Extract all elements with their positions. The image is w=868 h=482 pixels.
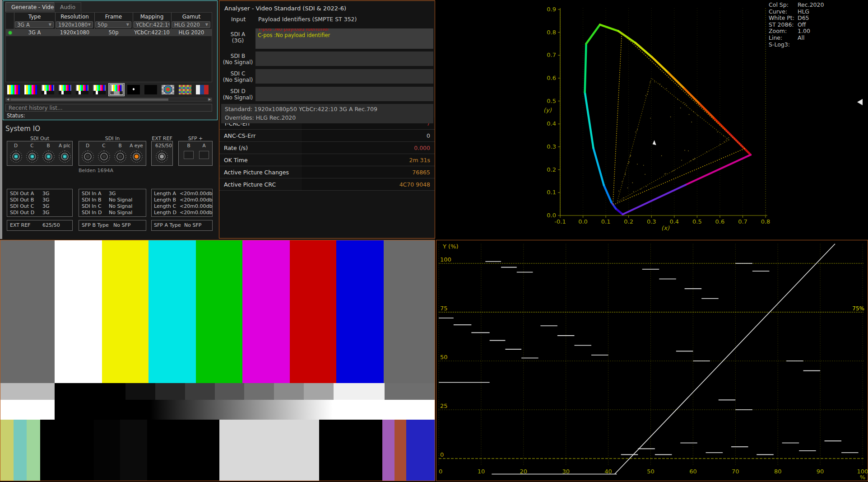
mouse-cursor-icon bbox=[857, 99, 863, 105]
pattern-thumbnail-colour-checker[interactable] bbox=[179, 85, 191, 94]
dropdown-value: 1920x1080 bbox=[58, 22, 88, 28]
chroma-dot bbox=[628, 163, 629, 164]
chroma-dot bbox=[622, 181, 622, 182]
spectral-locus-segment bbox=[586, 25, 600, 44]
pattern-thumb-slot bbox=[195, 84, 210, 96]
row-cell: 3G A bbox=[14, 29, 55, 36]
cie-info-readout: Col Sp:Rec.2020Curve:HLGWhite Pt:D65ST 2… bbox=[769, 2, 824, 48]
chroma-dot bbox=[625, 174, 626, 175]
pattern-thumb-slot bbox=[74, 84, 90, 96]
cable-length-box: Length A<20m0.00dbLength B<20m0.00dbLeng… bbox=[151, 189, 213, 217]
pattern-thumbnail-centre-dot-on-black[interactable] bbox=[127, 85, 140, 94]
line-of-purples bbox=[686, 155, 751, 185]
x-tick-label: 0.8 bbox=[761, 218, 771, 225]
input-column-label: Input bbox=[231, 16, 246, 23]
length-db: 0.00db bbox=[195, 210, 212, 215]
chroma-dot bbox=[630, 155, 631, 156]
cie-info-value: All bbox=[798, 35, 805, 42]
y-axis-label: (y) bbox=[543, 107, 552, 113]
cie-info-zoom-: Zoom:1.00 bbox=[769, 28, 824, 35]
chroma-dot bbox=[643, 165, 644, 166]
wfm-y-label-75: 75 bbox=[440, 305, 448, 312]
pattern-bar bbox=[94, 420, 121, 481]
pattern-bar bbox=[40, 420, 94, 481]
chroma-dot bbox=[724, 136, 724, 136]
x-tick-label: 0.5 bbox=[692, 218, 702, 225]
pattern-thumb-slot bbox=[57, 84, 73, 96]
sdi-out-port-label: B bbox=[42, 143, 55, 148]
pattern-thumbnail-vertical-stripes[interactable] bbox=[196, 85, 209, 94]
y-tick-label: 0.6 bbox=[547, 75, 556, 81]
screen-edge-strip bbox=[0, 0, 2, 239]
filter-dropdown-type[interactable]: 3G A▼ bbox=[15, 21, 54, 28]
row-cell: HLG 2020 bbox=[171, 29, 212, 36]
pattern-thumb-slot bbox=[40, 84, 56, 96]
pattern-thumbnail-colour-bars-lower-third-4[interactable] bbox=[93, 85, 106, 94]
pattern-bar bbox=[0, 420, 14, 481]
wfm-x-tick-label: 40 bbox=[604, 468, 612, 475]
chroma-dot bbox=[646, 186, 647, 187]
stat-row-label: Active Picture Changes bbox=[224, 169, 289, 176]
generator-active-row[interactable]: 3G A1920x108050pYCbCr:422:10HLG 2020 bbox=[6, 29, 212, 36]
chroma-dot bbox=[628, 161, 629, 162]
chroma-dot bbox=[693, 112, 694, 112]
chroma-dot bbox=[717, 131, 718, 132]
sfp-a-label: SFP A Type bbox=[154, 222, 181, 228]
sfp-a-status-box: SFP A TypeNo SFP bbox=[151, 220, 213, 231]
scroll-right-icon[interactable]: ▶ bbox=[208, 98, 212, 101]
sdi-out-status: SDI Out B bbox=[10, 197, 34, 203]
scrollbar-thumb[interactable] bbox=[10, 98, 168, 101]
length-value: <20m bbox=[180, 197, 195, 203]
y-tick-label: 0.1 bbox=[547, 189, 556, 196]
sdi-in-port-label: A eye bbox=[130, 143, 143, 148]
pattern-thumb-slot bbox=[109, 84, 124, 96]
bnc-core-eye-active bbox=[135, 154, 139, 159]
cie-info-label: Col Sp: bbox=[769, 2, 798, 9]
chroma-dot bbox=[645, 95, 646, 96]
filter-dropdown-mapping[interactable]: YCbCr:422:1▼ bbox=[134, 21, 170, 28]
column-header-frame: Frame bbox=[94, 13, 133, 20]
pattern-thumb-slot bbox=[6, 84, 21, 96]
filter-dropdown-resolution[interactable]: 1920x1080▼ bbox=[56, 21, 93, 28]
pattern-thumbnail-colour-bars-100[interactable] bbox=[7, 85, 20, 94]
pattern-scrollbar[interactable]: ◀ ▶ bbox=[5, 98, 212, 102]
sdi-in-status: SDI In C bbox=[82, 203, 102, 209]
wfm-x-tick-label: 70 bbox=[732, 468, 739, 475]
length-label: Length D bbox=[154, 210, 176, 215]
payload-line: Y-pos :No payload identifier bbox=[258, 28, 329, 32]
pattern-thumbnail-black[interactable] bbox=[144, 85, 157, 94]
bnc-ring bbox=[100, 153, 108, 160]
length-value: <20m bbox=[180, 203, 195, 209]
pattern-bar bbox=[55, 383, 125, 400]
cie-info-value: D65 bbox=[798, 15, 809, 22]
chroma-dot bbox=[719, 144, 720, 145]
pattern-bar bbox=[385, 383, 435, 400]
pattern-thumbnail-colour-bars-100-b[interactable] bbox=[24, 85, 37, 94]
pattern-thumbnail-colour-bars-lower-third-3[interactable] bbox=[76, 85, 88, 94]
scroll-left-icon[interactable]: ◀ bbox=[6, 98, 10, 101]
bnc-core-inactive bbox=[118, 154, 122, 159]
sdi-input-name: SDI A bbox=[220, 31, 255, 37]
cie-info-line-: Line:All bbox=[769, 35, 824, 42]
row-cell: 50p bbox=[94, 29, 133, 36]
chroma-dot bbox=[627, 187, 628, 188]
filter-dropdown-gamut[interactable]: HLG 2020▼ bbox=[172, 21, 210, 28]
chroma-dot bbox=[688, 150, 689, 151]
tab-audio[interactable]: Audio bbox=[54, 2, 81, 12]
recent-history-dropdown[interactable]: Recent history list... bbox=[5, 104, 212, 112]
stat-row-value: 2m 31s bbox=[409, 157, 430, 164]
pattern-thumbnail-bt2111-hlg-colour-bars[interactable] bbox=[110, 85, 123, 94]
chroma-dot bbox=[625, 173, 626, 174]
pattern-thumbnail-colour-bars-lower-third-1[interactable] bbox=[42, 85, 54, 94]
sdi-out-status: SDI Out D bbox=[10, 210, 34, 215]
chroma-dot bbox=[726, 140, 727, 140]
spectral-locus-segment bbox=[585, 44, 586, 92]
pattern-thumbnail-test-card[interactable] bbox=[162, 85, 174, 94]
x-tick-label: 0.7 bbox=[738, 218, 747, 225]
wfm-x-tick-label: 0 bbox=[439, 468, 442, 475]
filter-dropdown-frame[interactable]: 50p▼ bbox=[95, 21, 131, 28]
stat-row-value: 4C70 9048 bbox=[399, 181, 430, 188]
spectral-locus-segment bbox=[594, 148, 604, 185]
x-tick-label: 0.4 bbox=[669, 218, 679, 225]
pattern-thumbnail-colour-bars-lower-third-2[interactable] bbox=[59, 85, 71, 94]
